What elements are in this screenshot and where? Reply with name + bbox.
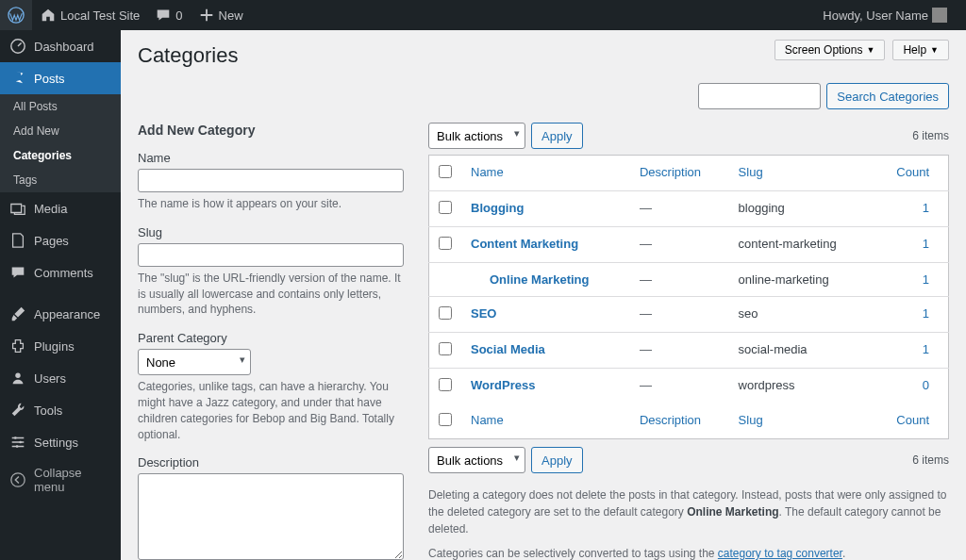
sidebar-item-tools[interactable]: Tools [0, 394, 121, 426]
table-row: Online Marketing—online-marketing1 [429, 263, 949, 297]
category-name-link[interactable]: Social Media [471, 342, 545, 356]
wrench-icon [9, 402, 26, 419]
bulk-actions-select-top[interactable]: Bulk actions [428, 123, 525, 149]
svg-point-3 [14, 436, 17, 439]
row-checkbox[interactable] [439, 201, 452, 214]
submenu-categories[interactable]: Categories [0, 143, 121, 168]
parent-hint: Categories, unlike tags, can have a hier… [138, 379, 404, 442]
name-input[interactable] [138, 169, 404, 192]
submenu-all-posts[interactable]: All Posts [0, 94, 121, 119]
sidebar-item-label: Users [34, 371, 66, 386]
category-description: — [630, 297, 729, 333]
description-input[interactable] [138, 473, 404, 560]
column-slug-footer[interactable]: Slug [729, 404, 874, 439]
sidebar-item-dashboard[interactable]: Dashboard [0, 30, 121, 62]
category-slug: online-marketing [729, 263, 874, 297]
slug-input[interactable] [138, 243, 404, 267]
description-label: Description [138, 455, 404, 469]
category-description: — [630, 191, 729, 227]
row-checkbox[interactable] [439, 342, 452, 355]
site-name-link[interactable]: Local Test Site [32, 0, 147, 30]
sidebar-item-settings[interactable]: Settings [0, 426, 121, 458]
category-count-link[interactable]: 1 [923, 342, 929, 356]
category-count-link[interactable]: 0 [923, 378, 929, 392]
row-checkbox[interactable] [439, 378, 452, 391]
column-description-footer[interactable]: Description [630, 404, 729, 439]
column-count-footer[interactable]: Count [873, 404, 948, 439]
sidebar-item-appearance[interactable]: Appearance [0, 298, 121, 330]
select-all-checkbox-footer[interactable] [439, 413, 452, 426]
search-input[interactable] [698, 83, 821, 109]
form-heading: Add New Category [138, 123, 404, 138]
table-row: Social Media—social-media1 [429, 333, 949, 369]
table-row: Blogging—blogging1 [429, 191, 949, 227]
comments-count: 0 [175, 8, 182, 23]
search-button[interactable]: Search Categories [826, 83, 949, 109]
select-all-header[interactable] [429, 156, 462, 191]
plus-icon [198, 7, 215, 24]
submenu-label: Categories [13, 149, 72, 162]
category-name-link[interactable]: Blogging [471, 201, 524, 215]
wp-logo[interactable] [0, 0, 32, 30]
new-content-link[interactable]: New [191, 0, 251, 30]
category-name-link[interactable]: WordPress [471, 378, 535, 392]
column-name-footer[interactable]: Name [461, 404, 630, 439]
sidebar-item-label: Tools [34, 404, 62, 418]
submenu-add-new[interactable]: Add New [0, 119, 121, 143]
apply-button-bottom[interactable]: Apply [531, 447, 583, 473]
sidebar-item-media[interactable]: Media [0, 192, 121, 224]
category-name-link[interactable]: Online Marketing [490, 272, 589, 287]
parent-label: Parent Category [138, 331, 404, 345]
new-label: New [219, 8, 243, 23]
category-slug: seo [729, 297, 874, 333]
category-count-link[interactable]: 1 [923, 201, 929, 215]
items-count-bottom: 6 items [912, 453, 949, 467]
comments-link[interactable]: 0 [147, 0, 190, 30]
row-checkbox[interactable] [439, 237, 452, 250]
column-slug[interactable]: Slug [729, 156, 874, 191]
select-all-checkbox[interactable] [439, 165, 452, 178]
category-count-link[interactable]: 1 [923, 237, 929, 251]
collapse-icon [9, 471, 26, 488]
apply-button-top[interactable]: Apply [531, 123, 583, 149]
sidebar-item-pages[interactable]: Pages [0, 224, 121, 256]
plugin-icon [9, 338, 26, 354]
column-count[interactable]: Count [873, 156, 948, 191]
sidebar-item-label: Pages [34, 234, 69, 248]
category-count-link[interactable]: 1 [923, 306, 929, 321]
sliders-icon [9, 434, 26, 451]
submenu-tags[interactable]: Tags [0, 168, 121, 192]
media-icon [9, 200, 26, 217]
chevron-down-icon: ▼ [866, 45, 874, 55]
comment-icon [9, 264, 26, 281]
column-description[interactable]: Description [630, 156, 729, 191]
help-button[interactable]: Help ▼ [892, 40, 949, 60]
sidebar-item-plugins[interactable]: Plugins [0, 330, 121, 362]
slug-label: Slug [138, 225, 404, 239]
screen-options-button[interactable]: Screen Options ▼ [774, 40, 886, 60]
category-count-link[interactable]: 1 [923, 272, 929, 287]
category-slug: content-marketing [729, 227, 874, 263]
category-name-link[interactable]: SEO [471, 306, 496, 321]
dashboard-icon [9, 38, 26, 55]
table-row: SEO—seo1 [429, 297, 949, 333]
sidebar-item-comments[interactable]: Comments [0, 256, 121, 288]
column-name[interactable]: Name [461, 156, 630, 191]
name-hint: The name is how it appears on your site. [138, 196, 404, 212]
sidebar-item-posts[interactable]: Posts [0, 62, 121, 94]
sidebar-item-label: Media [34, 202, 67, 216]
sidebar-item-collapse[interactable]: Collapse menu [0, 458, 121, 502]
bulk-actions-select-bottom[interactable]: Bulk actions [428, 447, 525, 473]
my-account-link[interactable]: Howdy, User Name [815, 0, 955, 30]
parent-select[interactable]: None [138, 349, 251, 375]
category-description: — [630, 333, 729, 369]
posts-submenu: All Posts Add New Categories Tags [0, 94, 121, 192]
svg-point-2 [15, 373, 20, 378]
converter-link[interactable]: category to tag converter [718, 547, 842, 560]
category-name-link[interactable]: Content Marketing [471, 237, 578, 251]
row-checkbox[interactable] [439, 306, 452, 320]
sidebar-item-users[interactable]: Users [0, 362, 121, 394]
categories-table: Name Description Slug Count Blogging—blo… [428, 155, 949, 439]
items-count-top: 6 items [912, 129, 949, 142]
select-all-footer[interactable] [429, 404, 462, 439]
